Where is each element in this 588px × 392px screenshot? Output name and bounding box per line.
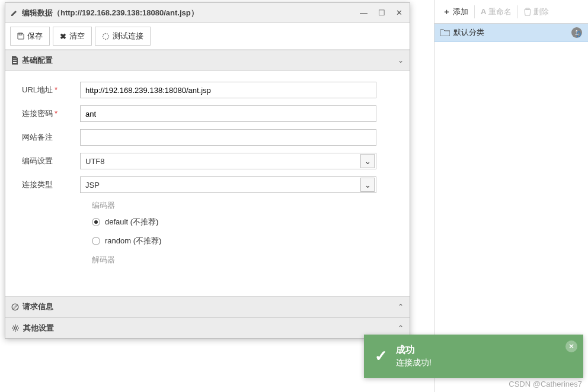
decoder-title: 解码器 (92, 255, 401, 265)
svg-rect-0 (19, 33, 22, 35)
save-icon (17, 33, 24, 40)
minimize-button[interactable]: — (357, 7, 370, 18)
test-label: 测试连接 (113, 31, 143, 41)
test-connection-button[interactable]: 测试连接 (95, 27, 151, 46)
plus-icon: ＋ (443, 7, 450, 17)
edit-data-dialog: 编辑数据（http://192.168.239.138:18080/ant.js… (5, 2, 410, 339)
add-label: 添加 (453, 7, 468, 17)
url-input[interactable] (80, 82, 376, 98)
edit-icon (10, 9, 18, 17)
rename-label: 重命名 (488, 7, 512, 17)
svg-point-6 (14, 327, 17, 329)
right-toolbar: ＋ 添加 A 重命名 删除 (434, 0, 588, 24)
gear-icon (11, 324, 20, 332)
svg-point-5 (12, 304, 18, 310)
svg-rect-4 (13, 62, 17, 63)
folder-icon (440, 29, 450, 36)
password-label: 连接密码* (22, 108, 80, 119)
toast-message: 连接成功! (396, 358, 432, 368)
section-basic-config[interactable]: 基础配置 ⌄ (5, 50, 410, 71)
svg-point-1 (103, 33, 109, 39)
separator (474, 5, 475, 18)
category-label: 默认分类 (453, 27, 484, 38)
remark-label: 网站备注 (22, 132, 80, 143)
encoder-option-label: default (不推荐) (105, 217, 158, 227)
form-area: URL地址* 连接密码* 网站备注 编码设置 UTF8 ⌄ 连接类型 JSP ⌄ (5, 71, 410, 296)
section-request-info[interactable]: 请求信息 ⌃ (5, 296, 410, 317)
radio-icon (92, 218, 100, 226)
chevron-up-icon: ⌃ (398, 324, 404, 332)
trash-icon (524, 8, 531, 16)
file-icon (11, 56, 18, 65)
section-request-label: 请求信息 (23, 301, 53, 312)
encoder-option-label: random (不推荐) (105, 236, 161, 246)
font-icon: A (481, 7, 486, 16)
chevron-down-icon: ⌄ (360, 154, 375, 168)
save-button[interactable]: 保存 (10, 27, 50, 46)
conntype-label: 连接类型 (22, 179, 80, 190)
titlebar[interactable]: 编辑数据（http://192.168.239.138:18080/ant.js… (5, 3, 410, 23)
encoder-option-random[interactable]: random (不推荐) (92, 236, 401, 246)
password-input[interactable] (80, 105, 376, 122)
dialog-title: 编辑数据（http://192.168.239.138:18080/ant.js… (22, 8, 199, 18)
category-panel: ＋ 添加 A 重命名 删除 默认分类 1 (434, 0, 588, 392)
close-icon: ✖ (60, 32, 66, 41)
encoder-option-default[interactable]: default (不推荐) (92, 217, 401, 227)
toast-close-button[interactable]: ✕ (565, 340, 577, 352)
add-button[interactable]: ＋ 添加 (438, 3, 473, 21)
chevron-down-icon: ⌄ (360, 178, 375, 192)
check-icon: ✓ (375, 347, 388, 365)
url-label: URL地址* (22, 85, 80, 95)
remark-input[interactable] (80, 129, 376, 146)
delete-button[interactable]: 删除 (519, 3, 554, 21)
conntype-select[interactable]: JSP ⌄ (80, 176, 376, 193)
bg-count: 0 (576, 30, 581, 39)
dialog-toolbar: 保存 ✖ 清空 测试连接 (5, 23, 410, 50)
section-basic-label: 基础配置 (22, 55, 53, 66)
clear-label: 清空 (69, 31, 85, 41)
svg-rect-3 (13, 60, 17, 61)
toast-title: 成功 (396, 344, 432, 356)
encoder-title: 编码器 (92, 200, 401, 211)
conntype-value: JSP (85, 181, 100, 189)
section-other-settings[interactable]: 其他设置 ⌃ (5, 317, 410, 338)
separator (517, 5, 518, 18)
loading-icon (102, 33, 110, 40)
encoding-label: 编码设置 (22, 156, 80, 166)
success-toast: ✓ 成功 连接成功! ✕ (364, 335, 583, 378)
delete-label: 删除 (533, 7, 549, 17)
encoding-value: UTF8 (85, 157, 105, 166)
close-button[interactable]: ✕ (394, 7, 405, 18)
radio-icon (92, 237, 100, 245)
encoding-select[interactable]: UTF8 ⌄ (80, 153, 376, 169)
clear-button[interactable]: ✖ 清空 (53, 27, 92, 46)
watermark: CSDN @Catherines7 (509, 380, 582, 388)
chevron-down-icon: ⌄ (398, 56, 404, 65)
title-url: （http://192.168.239.138:18080/ant.jsp） (53, 8, 199, 17)
compass-icon (11, 303, 19, 311)
category-item-default[interactable]: 默认分类 1 (434, 24, 588, 42)
title-prefix: 编辑数据 (22, 8, 53, 17)
section-other-label: 其他设置 (23, 323, 54, 333)
maximize-button[interactable]: ☐ (376, 7, 388, 18)
rename-button[interactable]: A 重命名 (476, 3, 516, 21)
save-label: 保存 (27, 31, 43, 41)
chevron-up-icon: ⌃ (398, 303, 404, 311)
svg-rect-2 (13, 59, 17, 59)
